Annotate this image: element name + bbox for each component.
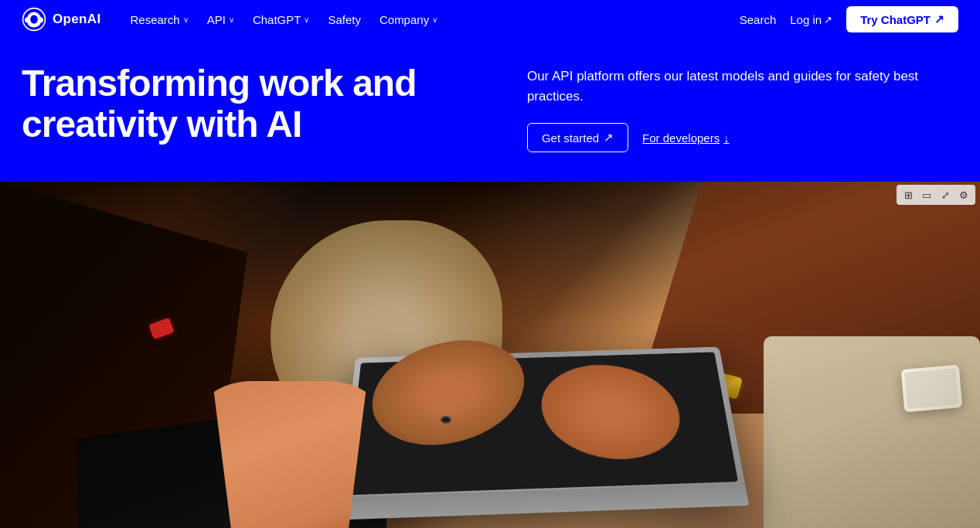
for-developers-button[interactable]: For developers ↓ [642,131,730,145]
page-icon[interactable]: ▭ [919,187,934,203]
hero-section: Transforming work and creativity with AI… [0,39,980,182]
search-link[interactable]: Search [740,13,777,26]
phone-on-couch [901,365,963,412]
navigation: OpenAI Research ∨ API ∨ ChatGPT ∨ Safety… [0,0,980,39]
for-devs-arrow-icon: ↓ [723,131,730,145]
photo-scene [0,182,980,528]
logo[interactable]: OpenAI [22,7,101,32]
ring [441,416,451,424]
brand-name: OpenAI [53,12,101,27]
settings-icon[interactable]: ⚙ [956,187,971,203]
api-chevron-icon: ∨ [229,15,234,24]
hero-image-section: ⊞ ▭ ⤢ ⚙ [0,182,980,528]
image-toolbar: ⊞ ▭ ⤢ ⚙ [897,185,975,205]
try-arrow-icon: ↗ [934,12,944,26]
hero-left: Transforming work and creativity with AI [22,63,496,145]
login-link[interactable]: Log in ↗ [790,13,832,26]
hero-right: Our API platform offers our latest model… [527,63,958,152]
nav-api[interactable]: API ∨ [199,9,242,31]
nav-safety[interactable]: Safety [320,9,369,31]
nav-research[interactable]: Research ∨ [123,9,196,31]
get-started-arrow-icon: ↗ [604,131,614,145]
nav-right: Search Log in ↗ Try ChatGPT ↗ [740,6,958,32]
grid-icon[interactable]: ⊞ [900,187,916,203]
chatgpt-chevron-icon: ∨ [304,15,309,24]
nav-links: Research ∨ API ∨ ChatGPT ∨ Safety Compan… [123,9,446,31]
nav-company[interactable]: Company ∨ [372,9,445,31]
research-chevron-icon: ∨ [183,15,189,24]
login-arrow-icon: ↗ [824,14,832,26]
hero-subtitle: Our API platform offers our latest model… [527,66,929,106]
openai-logo-icon [22,7,46,32]
hero-title: Transforming work and creativity with AI [22,63,496,145]
photo-background [0,182,980,528]
phone-screen [904,368,959,409]
hero-image [0,182,980,528]
nav-left: OpenAI Research ∨ API ∨ ChatGPT ∨ Safety… [22,7,445,32]
hero-buttons: Get started ↗ For developers ↓ [527,123,958,152]
company-chevron-icon: ∨ [432,15,437,24]
nav-chatgpt[interactable]: ChatGPT ∨ [245,9,318,31]
try-chatgpt-button[interactable]: Try ChatGPT ↗ [846,6,958,32]
expand-icon[interactable]: ⤢ [937,187,953,203]
get-started-button[interactable]: Get started ↗ [527,123,628,152]
